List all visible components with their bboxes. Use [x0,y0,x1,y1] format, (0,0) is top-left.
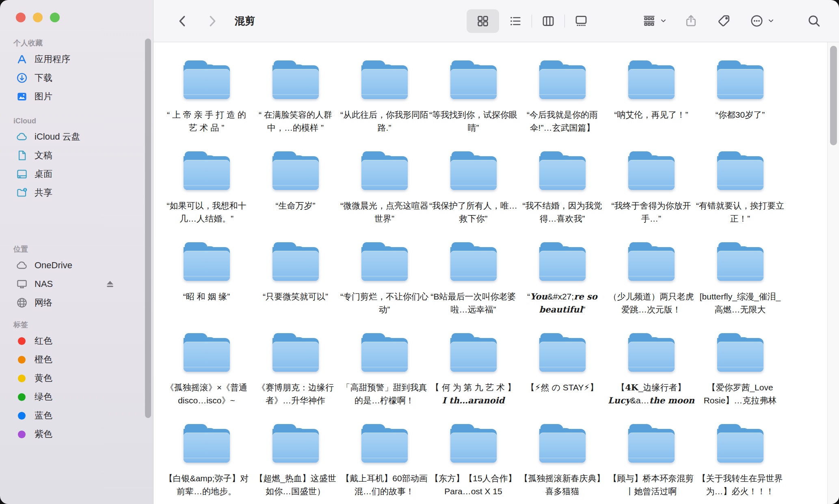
folder-item[interactable]: 【4K_边缘行者】Lucy&a…the moon [607,332,696,423]
folder-label: 《赛博朋克：边缘行者》…升华神作 [251,381,339,407]
folder-item[interactable]: “我保护了所有人，唯…救下你” [429,150,518,241]
folder-item[interactable]: [butterfly_综漫_催泪_高燃…无限大 [696,241,785,332]
folder-item[interactable]: “我终于舍得为你放开手…” [607,150,696,241]
more-icon [750,14,764,28]
folder-icon [272,60,319,99]
folder-icon [361,151,408,190]
folder-item[interactable]: 《赛博朋克：边缘行者》…升华神作 [251,332,340,423]
folder-item[interactable]: “ 上 帝 亲 手 打 造 的 艺 术 品 ” [162,59,251,150]
sidebar-item-tag-orange[interactable]: 橙色 [0,350,153,369]
eject-icon[interactable] [104,278,116,290]
folder-icon [450,60,497,99]
sidebar-section: iCloudiCloud 云盘文稿桌面共享 [0,117,153,202]
folder-item[interactable]: “只要微笑就可以” [251,241,340,332]
folder-item[interactable]: 【顾与】桥本环奈混剪丨她曾活过啊 [607,423,696,504]
folder-item[interactable]: “ 在满脸笑容的人群中，…的模样 ” [251,59,340,150]
forward-button[interactable] [205,14,219,28]
sidebar-item-onedrive[interactable]: OneDrive [0,256,153,275]
folder-item[interactable]: “B站最后一次叫你老婆啦…远幸福” [429,241,518,332]
folder-icon [450,242,497,281]
content-scrollbar-thumb[interactable] [830,46,837,145]
sidebar-item-icloud-drive[interactable]: iCloud 云盘 [0,127,153,146]
folder-item[interactable]: “专门剪烂，不让你们心动” [340,241,429,332]
sidebar-item-pictures[interactable]: 图片 [0,87,153,106]
folder-content-area: “ 上 帝 亲 手 打 造 的 艺 术 品 ”“ 在满脸笑容的人群中，…的模样 … [154,42,839,504]
folder-label: “只要微笑就可以” [263,290,328,303]
list-view-button[interactable] [499,9,532,33]
folder-item[interactable]: 【超燃_热血】这盛世如你…国盛世） [251,423,340,504]
folder-item[interactable]: 【白银&amp;弥子】对前辈…的地步。 [162,423,251,504]
folder-item[interactable]: （少儿频道）两只老虎爱跳…次元版！ [607,241,696,332]
sidebar-item-tag-blue[interactable]: 蓝色 [0,406,153,425]
folder-icon [717,424,763,463]
sidebar-section-title: 位置 [13,244,153,254]
icon-view-button[interactable] [467,9,499,33]
share-button[interactable] [684,14,698,28]
folder-icon [539,424,586,463]
sidebar: 个人收藏应用程序下载图片iCloudiCloud 云盘文稿桌面共享位置OneDr… [0,0,154,504]
folder-label: “今后我就是你的雨伞!”…玄武国篇】 [518,108,606,134]
sidebar-item-tag-yellow[interactable]: 黄色 [0,369,153,388]
sidebar-item-applications[interactable]: 应用程序 [0,50,153,69]
folder-item[interactable]: 「高甜预警」甜到我真的是…柠檬啊！ [340,332,429,423]
folder-item[interactable]: “从此往后，你我形同陌路.” [340,59,429,150]
content-scrollbar-track[interactable] [827,42,839,504]
sidebar-item-nas[interactable]: NAS [0,275,153,293]
folder-item[interactable]: 【⚡然 の STAY⚡】 [518,332,607,423]
window-title: 混剪 [235,14,255,28]
folder-item[interactable]: “如果可以，我想和十几…人结婚。” [162,150,251,241]
folder-label: 《孤独摇滚》×《普通disco…isco》~ [162,381,251,407]
more-button[interactable] [750,14,774,28]
minimize-button[interactable] [33,13,43,22]
tags-button[interactable] [717,14,731,28]
sidebar-item-desktop[interactable]: 桌面 [0,165,153,183]
sidebar-section-title: iCloud [13,117,153,125]
folder-item[interactable]: 【东方】【15人合作】Para…ost X 15 [429,423,518,504]
folder-item[interactable]: “You&#x27;re so beautiful” [518,241,607,332]
sidebar-item-documents[interactable]: 文稿 [0,146,153,165]
folder-item[interactable]: 《孤独摇滚》×《普通disco…isco》~ [162,332,251,423]
folder-item[interactable]: 【关于我转生在异世界为…】必火！！！ [696,423,785,504]
folder-item[interactable]: “有错就要认，挨打要立正！” [696,150,785,241]
folder-label: “ 上 帝 亲 手 打 造 的 艺 术 品 ” [162,108,251,134]
folder-label: “我终于舍得为你放开手…” [607,199,695,225]
folder-icon [539,151,586,190]
sidebar-item-label: 下载 [35,72,52,84]
folder-item[interactable]: “生命万岁” [251,150,340,241]
sidebar-item-shared[interactable]: 共享 [0,183,153,202]
sidebar-item-tag-purple[interactable]: 紫色 [0,425,153,444]
folder-item[interactable]: 【爱你罗茜_Love Rosie】…克拉弗林 [696,332,785,423]
folder-item[interactable]: “我不结婚，因为我觉得…喜欢我” [518,150,607,241]
close-button[interactable] [16,13,26,22]
folder-item[interactable]: “你都30岁了” [696,59,785,150]
zoom-button[interactable] [50,13,60,22]
folder-item[interactable]: “微微晨光，点亮这喧器世界” [340,150,429,241]
sidebar-item-label: 橙色 [35,353,52,366]
folder-icon [450,151,497,190]
folder-item[interactable]: 【戴上耳机】60部动画混…们的故事！ [340,423,429,504]
back-button[interactable] [175,14,190,28]
folder-label: “我保护了所有人，唯…救下你” [429,199,517,225]
group-button[interactable] [642,14,667,28]
folder-icon [450,333,497,372]
folder-item[interactable]: “今后我就是你的雨伞!”…玄武国篇】 [518,59,607,150]
folder-label: 【超燃_热血】这盛世如你…国盛世） [251,472,339,498]
sidebar-item-tag-red[interactable]: 红色 [0,332,153,350]
column-view-button[interactable] [532,9,564,33]
sidebar-scrollbar-thumb[interactable] [145,39,151,418]
search-button[interactable] [807,14,821,28]
view-grid-icon [476,14,490,28]
sidebar-item-network[interactable]: 网络 [0,293,153,312]
sidebar-item-tag-green[interactable]: 绿色 [0,388,153,406]
folder-label: 【顾与】桥本环奈混剪丨她曾活过啊 [607,472,695,498]
folder-item[interactable]: “等我找到你，试探你眼睛” [429,59,518,150]
search-icon [807,14,821,28]
folder-item[interactable]: 【 何 为 第 九 艺 术 】I th…aranoid [429,332,518,423]
sidebar-item-downloads[interactable]: 下载 [0,69,153,87]
folder-item[interactable]: “昭 和 姻 缘” [162,241,251,332]
folder-item[interactable]: 【孤独摇滚新春庆典】喜多猫猫 [518,423,607,504]
gallery-view-button[interactable] [565,9,597,33]
folder-label: 【爱你罗茜_Love Rosie】…克拉弗林 [696,381,784,407]
folder-label: “ 在满脸笑容的人群中，…的模样 ” [251,108,339,134]
folder-item[interactable]: “呐艾伦，再见了！” [607,59,696,150]
